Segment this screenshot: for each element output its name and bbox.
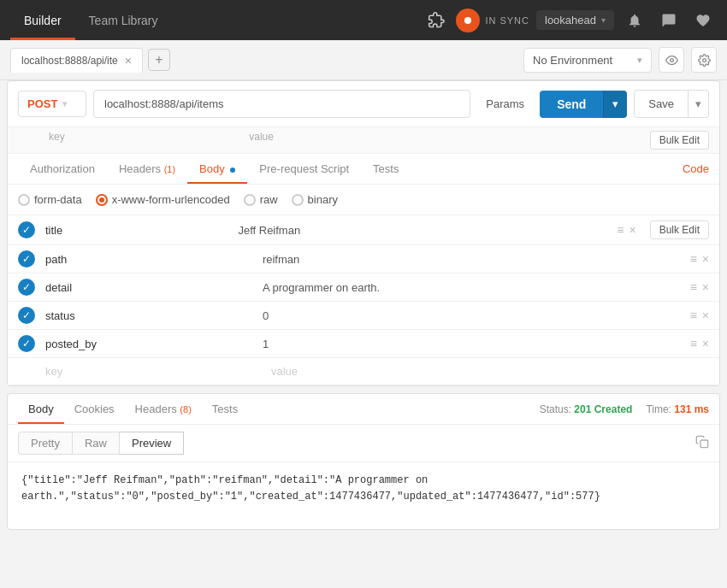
radio-raw[interactable]: raw — [244, 193, 278, 206]
preview-icon[interactable] — [659, 47, 684, 73]
url-input[interactable] — [93, 90, 470, 118]
sync-indicator: IN SYNC — [456, 9, 529, 32]
row-val-3[interactable]: 0 — [263, 309, 683, 322]
row-actions-2: ≡ × — [690, 280, 709, 294]
chevron-down-icon: ▾ — [601, 15, 606, 25]
params-button[interactable]: Params — [477, 92, 533, 115]
empty-val-label: value — [271, 365, 709, 378]
code-button[interactable]: Code — [683, 162, 709, 175]
row-check-4[interactable]: ✓ — [18, 335, 35, 352]
tab-authorization[interactable]: Authorization — [18, 154, 107, 184]
response-body: {"title":"Jeff Reifman","path":"reifman"… — [8, 462, 719, 515]
table-row: ✓ title Jeff Reifman ≡ × Bulk Edit — [8, 215, 719, 245]
row-val-4[interactable]: 1 — [263, 338, 683, 350]
settings-icon[interactable] — [691, 47, 717, 73]
bulk-edit-row-button[interactable]: Bulk Edit — [650, 220, 709, 239]
tab-builder[interactable]: Builder — [10, 0, 75, 40]
view-tab-pretty[interactable]: Pretty — [18, 432, 73, 455]
row-check-2[interactable]: ✓ — [18, 279, 35, 296]
row-delete-icon-4[interactable]: × — [702, 337, 709, 350]
status-label: Status: 201 Created — [540, 403, 633, 415]
row-check-3[interactable]: ✓ — [18, 307, 35, 324]
puzzle-icon[interactable] — [423, 8, 449, 33]
send-dropdown-button[interactable]: ▾ — [603, 91, 627, 118]
response-tabs-bar: Body Cookies Headers (8) Tests Status: 2… — [8, 394, 719, 425]
radio-raw-circle — [244, 194, 256, 206]
url-bar-area: localhost:8888/api/ite × + No Environmen… — [0, 40, 727, 80]
row-val-1[interactable]: reifman — [263, 253, 683, 266]
resp-tab-tests[interactable]: Tests — [202, 394, 248, 424]
row-actions-4: ≡ × — [690, 337, 709, 350]
resp-tab-headers[interactable]: Headers (8) — [125, 394, 202, 424]
tab-pre-request[interactable]: Pre-request Script — [247, 154, 361, 184]
row-delete-icon-1[interactable]: × — [702, 252, 709, 266]
view-tab-preview[interactable]: Preview — [120, 432, 184, 455]
row-check-1[interactable]: ✓ — [18, 250, 35, 268]
key-value-header: key value Bulk Edit — [8, 127, 719, 154]
close-tab-icon[interactable]: × — [125, 54, 132, 68]
add-tab-button[interactable]: + — [148, 49, 170, 71]
resp-tab-cookies[interactable]: Cookies — [64, 394, 125, 424]
tab-team-library[interactable]: Team Library — [75, 0, 172, 40]
save-button[interactable]: Save — [634, 90, 689, 118]
radio-form-data[interactable]: form-data — [18, 193, 82, 206]
environment-select[interactable]: No Environment ▾ — [523, 48, 652, 73]
request-tabs: Authorization Headers (1) Body Pre-reque… — [8, 154, 719, 185]
row-menu-icon-2[interactable]: ≡ — [690, 280, 697, 294]
row-delete-icon-2[interactable]: × — [702, 280, 709, 294]
row-menu-icon-0[interactable]: ≡ — [617, 223, 624, 237]
row-val-0[interactable]: Jeff Reifman — [238, 224, 610, 237]
view-tab-raw[interactable]: Raw — [73, 432, 120, 455]
row-menu-icon-4[interactable]: ≡ — [690, 337, 697, 350]
tab-tests[interactable]: Tests — [361, 154, 411, 184]
table-row: ✓ status 0 ≡ × — [8, 302, 719, 330]
active-request-tab[interactable]: localhost:8888/api/ite × — [10, 48, 143, 73]
user-menu[interactable]: lookahead ▾ — [536, 10, 614, 30]
form-rows: ✓ title Jeff Reifman ≡ × Bulk Edit ✓ pat… — [8, 215, 719, 385]
method-select[interactable]: POST ▾ — [18, 91, 86, 117]
top-nav: Builder Team Library IN SYNC lookahead ▾ — [0, 0, 727, 40]
row-key-0: title — [42, 224, 231, 237]
value-header: value — [249, 131, 649, 150]
status-value: 201 Created — [574, 403, 632, 415]
response-panel: Body Cookies Headers (8) Tests Status: 2… — [7, 393, 720, 530]
radio-urlencoded[interactable]: x-www-form-urlencoded — [96, 193, 230, 206]
nav-tabs: Builder Team Library — [10, 0, 417, 40]
table-row: ✓ detail A programmer on earth. ≡ × — [8, 273, 719, 302]
radio-form-data-circle — [18, 194, 30, 206]
tab-url: localhost:8888/api/ite — [21, 55, 118, 67]
row-menu-icon-1[interactable]: ≡ — [690, 252, 697, 266]
radio-binary[interactable]: binary — [292, 193, 338, 206]
env-chevron: ▾ — [637, 55, 642, 66]
row-menu-icon-3[interactable]: ≡ — [690, 309, 697, 322]
resp-tab-body[interactable]: Body — [18, 394, 64, 424]
radio-binary-circle — [292, 194, 304, 206]
row-key-3: status — [42, 309, 256, 322]
save-dropdown-button[interactable]: ▾ — [689, 90, 709, 118]
row-check-0[interactable]: ✓ — [18, 221, 35, 238]
row-key-2: detail — [42, 281, 256, 294]
response-status: Status: 201 Created Time: 131 ms — [540, 403, 709, 415]
send-group: Send ▾ — [540, 91, 627, 118]
request-panel: POST ▾ Params Send ▾ Save ▾ key value Bu… — [7, 80, 720, 386]
save-group: Save ▾ — [634, 90, 709, 118]
svg-rect-2 — [700, 440, 708, 448]
tab-headers[interactable]: Headers (1) — [107, 154, 187, 184]
row-actions-1: ≡ × — [690, 252, 709, 266]
row-actions-0: ≡ × — [617, 223, 635, 237]
row-delete-icon-0[interactable]: × — [629, 223, 635, 237]
bulk-edit-header-button[interactable]: Bulk Edit — [650, 131, 709, 150]
notification-icon[interactable] — [621, 7, 648, 34]
row-delete-icon-3[interactable]: × — [702, 309, 709, 322]
chat-icon[interactable] — [655, 7, 683, 34]
time-value: 131 ms — [674, 403, 709, 415]
tab-body[interactable]: Body — [187, 154, 247, 184]
row-key-1: path — [42, 253, 256, 266]
row-val-2[interactable]: A programmer on earth. — [263, 281, 683, 294]
copy-icon[interactable] — [695, 435, 709, 452]
body-type-selector: form-data x-www-form-urlencoded raw bina… — [8, 185, 719, 215]
url-bar-right: No Environment ▾ — [523, 47, 717, 73]
method-chevron: ▾ — [62, 99, 67, 109]
send-button[interactable]: Send — [540, 91, 603, 118]
heart-icon[interactable] — [689, 7, 717, 34]
